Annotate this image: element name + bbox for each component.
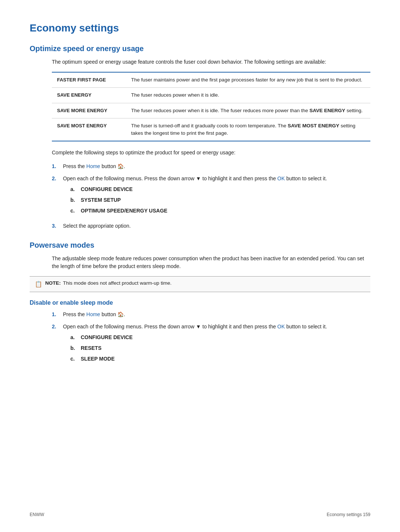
table-cell-setting: FASTER FIRST PAGE — [52, 72, 126, 88]
list-item: 3. Select the appropriate option. — [52, 222, 370, 230]
table-cell-description: The fuser maintains power and the first … — [126, 72, 370, 88]
list-item: 2. Open each of the following menus. Pre… — [52, 323, 370, 366]
link-text: Home — [86, 311, 100, 317]
table-row: SAVE MOST ENERGY The fuser is turned-off… — [52, 118, 370, 141]
list-item: 1. Press the Home button 🏠. — [52, 311, 370, 318]
sub-content: RESETS — [81, 344, 101, 352]
sub-list: a. CONFIGURE DEVICE b. RESETS c. SLEEP M… — [70, 334, 370, 363]
note-box: 📋 NOTE: This mode does not affect produc… — [30, 276, 370, 292]
table-cell-setting: SAVE MORE ENERGY — [52, 103, 126, 118]
footer-right: Economy settings 159 — [327, 512, 370, 517]
table-cell-setting: SAVE ENERGY — [52, 88, 126, 103]
section2-title: Powersave modes — [30, 241, 370, 250]
step-content: Press the Home button 🏠. — [63, 163, 370, 170]
step-number: 2. — [52, 175, 63, 218]
sub-list-item: b. SYSTEM SETUP — [70, 196, 370, 204]
sub-list-item: c. SLEEP MODE — [70, 355, 370, 363]
sub-list-item: c. OPTIMUM SPEED/ENERGY USAGE — [70, 207, 370, 215]
sub-list-item: a. CONFIGURE DEVICE — [70, 185, 370, 193]
section2-steps: 1. Press the Home button 🏠. 2. Open each… — [52, 311, 370, 366]
sub-label: a. — [70, 334, 81, 341]
sub-label: b. — [70, 196, 81, 204]
table-row: SAVE ENERGY The fuser reduces power when… — [52, 88, 370, 103]
note-text: This mode does not affect product warm-u… — [63, 280, 171, 287]
link-text: OK — [277, 324, 285, 329]
step-content: Press the Home button 🏠. — [63, 311, 370, 318]
section2-intro: The adjustable sleep mode feature reduce… — [52, 255, 370, 270]
sub-label: c. — [70, 207, 81, 215]
footer: ENWW Economy settings 159 — [30, 512, 370, 517]
section1-title: Optimize speed or energy usage — [30, 44, 370, 53]
step-number: 3. — [52, 222, 63, 230]
list-item: 1. Press the Home button 🏠. — [52, 163, 370, 170]
settings-table: FASTER FIRST PAGE The fuser maintains po… — [52, 72, 370, 141]
subsection-title: Disable or enable sleep mode — [30, 300, 370, 306]
table-row: SAVE MORE ENERGY The fuser reduces power… — [52, 103, 370, 118]
step-content: Select the appropriate option. — [63, 222, 370, 230]
sub-list-item: a. CONFIGURE DEVICE — [70, 334, 370, 341]
note-icon: 📋 — [35, 280, 42, 289]
page-title: Economy settings — [30, 22, 370, 34]
sub-content: OPTIMUM SPEED/ENERGY USAGE — [81, 207, 167, 215]
section-powersave: Powersave modes The adjustable sleep mod… — [30, 241, 370, 366]
note-label: NOTE: — [45, 280, 61, 287]
table-cell-description: The fuser reduces power when it is idle. — [126, 88, 370, 103]
sub-label: a. — [70, 185, 81, 193]
table-cell-setting: SAVE MOST ENERGY — [52, 118, 126, 141]
step-content: Open each of the following menus. Press … — [63, 323, 370, 366]
sub-list: a. CONFIGURE DEVICE b. SYSTEM SETUP c. O… — [70, 185, 370, 215]
sub-list-item: b. RESETS — [70, 344, 370, 352]
subsection-sleep: Disable or enable sleep mode 1. Press th… — [30, 300, 370, 366]
sub-content: CONFIGURE DEVICE — [81, 334, 133, 341]
section-optimize: Optimize speed or energy usage The optim… — [30, 44, 370, 230]
sub-content: CONFIGURE DEVICE — [81, 185, 133, 193]
list-item: 2. Open each of the following menus. Pre… — [52, 175, 370, 218]
section1-intro: The optimum speed or energy usage featur… — [52, 58, 370, 66]
sub-content: SYSTEM SETUP — [81, 196, 121, 204]
sub-content: SLEEP MODE — [81, 355, 115, 363]
link-text: OK — [277, 175, 285, 181]
footer-left: ENWW — [30, 512, 44, 517]
step-number: 1. — [52, 311, 63, 318]
table-cell-description: The fuser reduces power when it is idle.… — [126, 103, 370, 118]
section1-complete-text: Complete the following steps to optimize… — [52, 149, 370, 157]
link-text: Home — [86, 163, 100, 169]
section1-steps: 1. Press the Home button 🏠. 2. Open each… — [52, 163, 370, 230]
sub-label: b. — [70, 344, 81, 352]
step-content: Open each of the following menus. Press … — [63, 175, 370, 218]
table-row: FASTER FIRST PAGE The fuser maintains po… — [52, 72, 370, 88]
table-cell-description: The fuser is turned-off and it gradually… — [126, 118, 370, 141]
step-number: 1. — [52, 163, 63, 170]
step-number: 2. — [52, 323, 63, 366]
sub-label: c. — [70, 355, 81, 363]
